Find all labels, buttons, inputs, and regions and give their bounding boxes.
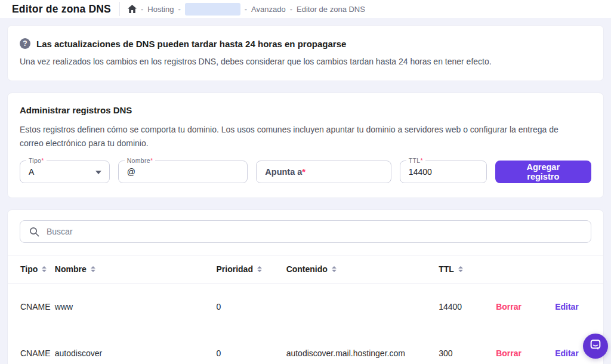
help-icon: ? [20,38,30,49]
column-header-priority[interactable]: Prioridad [216,255,286,283]
column-header-type[interactable]: Tipo [8,255,55,283]
table-row: CNAME www 0 14400 Borrar Editar [8,283,603,330]
record-ttl-field: TTL* [400,161,487,183]
dns-records-table-card: Tipo Nombre Prioridad Contenido TTL [7,209,604,364]
breadcrumb-separator: - [141,5,143,14]
manage-card-title: Administrar registros DNS [20,105,591,115]
main-content: ? Las actualizaciones de DNS pueden tard… [0,18,611,364]
chat-widget-button[interactable] [583,334,608,359]
sort-icon [332,266,337,272]
record-name-cell: www [55,283,217,330]
edit-record-button[interactable]: Editar [555,348,579,358]
record-name-field: Nombre* [118,161,248,183]
column-header-name[interactable]: Nombre [55,255,217,283]
dns-records-table: Tipo Nombre Prioridad Contenido TTL [8,255,603,364]
divider [119,2,120,16]
top-bar: Editor de zona DNS - Hosting - - Avanzad… [0,0,611,18]
chat-bubble-icon [589,338,602,354]
record-ttl-label: TTL* [406,157,425,164]
record-name-cell: autodiscover [55,330,217,364]
record-type-cell: CNAME [8,283,55,330]
sort-icon [42,266,47,272]
column-header-actions [555,255,603,283]
breadcrumb-separator: - [178,5,180,14]
manage-card-description: Estos registros definen cómo se comporta… [20,123,584,150]
chevron-down-icon [95,171,101,174]
record-type-cell: CNAME [8,330,55,364]
search-icon [29,227,39,239]
breadcrumb-item-advanced[interactable]: Avanzado [251,5,286,14]
breadcrumb-item-hosting[interactable]: Hosting [147,5,174,14]
info-title: Las actualizaciones de DNS pueden tardar… [36,39,346,49]
record-points-to-field[interactable]: Apunta a* [256,161,391,183]
breadcrumb-separator: - [245,5,247,14]
info-description: Una vez realizados los cambios en los re… [20,57,591,66]
delete-record-button[interactable]: Borrar [496,302,521,311]
record-points-to-label: Apunta a* [257,167,306,177]
table-header-row: Tipo Nombre Prioridad Contenido TTL [8,255,603,283]
search-box [20,220,591,243]
home-icon[interactable] [128,5,137,13]
breadcrumb: - Hosting - - Avanzado - Editor de zona … [128,3,365,16]
record-type-label: Tipo* [26,157,47,164]
column-header-content[interactable]: Contenido [286,255,439,283]
table-row: CNAME autodiscover 0 autodiscover.mail.h… [8,330,603,364]
breadcrumb-separator: - [290,5,292,14]
record-priority-cell: 0 [216,330,286,364]
record-content-cell: autodiscover.mail.hostinger.com [286,330,439,364]
sort-icon [91,266,95,272]
record-type-value: A [20,167,34,177]
record-content-cell [286,283,439,330]
page-title: Editor de zona DNS [12,3,111,16]
delete-record-button[interactable]: Borrar [496,348,521,358]
sort-icon [458,266,463,272]
search-input[interactable] [20,221,591,242]
record-ttl-input[interactable] [400,161,486,183]
record-priority-cell: 0 [216,283,286,330]
record-ttl-cell: 300 [439,330,496,364]
manage-dns-records-card: Administrar registros DNS Estos registro… [7,92,604,198]
column-header-actions [496,255,555,283]
record-name-input[interactable] [119,161,248,183]
breadcrumb-item-current: Editor de zona DNS [297,5,365,14]
add-record-button[interactable]: Agregar registro [495,161,591,183]
dns-propagation-info-card: ? Las actualizaciones de DNS pueden tard… [7,25,604,81]
record-ttl-cell: 14400 [439,283,496,330]
record-type-select[interactable]: Tipo* A [20,161,110,183]
edit-record-button[interactable]: Editar [555,302,579,311]
record-name-label: Nombre* [125,157,156,164]
breadcrumb-item-domain-redacted[interactable] [185,3,240,16]
column-header-ttl[interactable]: TTL [439,255,496,283]
sort-icon [257,266,262,272]
add-record-form: Tipo* A Nombre* Apunta a* TTL* Agregar r… [20,161,591,183]
